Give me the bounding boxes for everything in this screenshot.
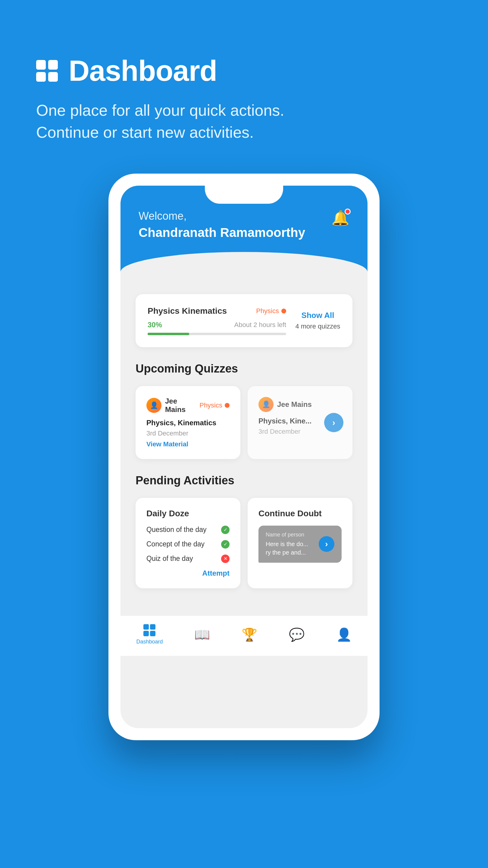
page-background: Dashboard One place for all your quick a… bbox=[0, 0, 488, 868]
profile-icon: 👤 bbox=[336, 627, 352, 642]
teacher-avatar-1: 👤 bbox=[147, 398, 161, 413]
quiz-card-arrow[interactable]: › bbox=[324, 413, 344, 432]
doubt-card-title: Continue Doubt bbox=[258, 509, 341, 518]
nav-item-lessons[interactable]: 📖 bbox=[194, 627, 210, 642]
chat-icon: 💬 bbox=[289, 627, 304, 642]
header-section: Dashboard One place for all your quick a… bbox=[36, 54, 452, 144]
pending-activities-section: Pending Activities Daily Doze Question o… bbox=[135, 474, 352, 588]
activity-item-concept: Concept of the day ✓ bbox=[147, 540, 230, 549]
quiz-progress-left: Physics Kinematics Physics 30% About 2 h… bbox=[148, 306, 286, 335]
show-all-link[interactable]: Show All bbox=[295, 311, 340, 320]
pending-activities-heading: Pending Activities bbox=[135, 474, 352, 487]
activity-item-question: Question of the day ✓ bbox=[147, 526, 230, 534]
doubt-preview: Here is the do... ry the pe and... bbox=[266, 540, 314, 557]
phone-content: Physics Kinematics Physics 30% About 2 h… bbox=[121, 276, 367, 615]
daily-doze-card[interactable]: Daily Doze Question of the day ✓ Concept… bbox=[135, 498, 240, 588]
upcoming-quizzes-section: Upcoming Quizzes 👤 Jee Mains Physics bbox=[135, 362, 352, 459]
nav-item-chat[interactable]: 💬 bbox=[289, 627, 304, 642]
progress-percent: 30% bbox=[148, 321, 162, 329]
trophy-icon: 🏆 bbox=[241, 627, 257, 642]
page-title: Dashboard bbox=[69, 54, 217, 87]
activity-label-question: Question of the day bbox=[147, 526, 206, 534]
welcome-text: Welcome, bbox=[138, 210, 350, 222]
quiz-name: Physics Kinematics bbox=[148, 306, 227, 316]
arrow-right-icon: › bbox=[332, 417, 335, 428]
phone-mockup: Welcome, Chandranath Ramamoorthy 🔔 bbox=[108, 174, 380, 740]
teacher-name-2: Jee Mains bbox=[277, 400, 341, 409]
quiz-date-1: 3rd December bbox=[147, 430, 230, 437]
quiz-cards-row: 👤 Jee Mains Physics Physics, Kinematics … bbox=[135, 386, 352, 459]
progress-bar-fill bbox=[148, 333, 189, 335]
subject-dot bbox=[281, 309, 286, 313]
dashboard-nav-icon bbox=[143, 624, 156, 636]
nav-label-dashboard: Dashboard bbox=[136, 639, 163, 645]
attempt-link[interactable]: Attempt bbox=[147, 569, 230, 578]
quiz-progress-right: Show All 4 more quizzes bbox=[286, 311, 340, 330]
teacher-name-1: Jee Mains bbox=[165, 397, 199, 414]
doubt-text-area: Name of person Here is the do... ry the … bbox=[266, 532, 314, 557]
quiz-subject-1: Physics bbox=[199, 401, 230, 409]
check-done-2: ✓ bbox=[221, 540, 230, 549]
quiz-progress-card[interactable]: Physics Kinematics Physics 30% About 2 h… bbox=[135, 294, 352, 347]
bell-icon: 🔔 bbox=[331, 210, 350, 227]
check-done-1: ✓ bbox=[221, 526, 230, 534]
notification-bell[interactable]: 🔔 bbox=[331, 210, 350, 228]
quiz-card-1[interactable]: 👤 Jee Mains Physics Physics, Kinematics … bbox=[135, 386, 240, 459]
quiz-card-title-1: Physics, Kinematics bbox=[147, 418, 230, 427]
doubt-arrow-button[interactable]: › bbox=[319, 536, 334, 552]
nav-item-trophy[interactable]: 🏆 bbox=[241, 627, 257, 642]
progress-bar-bg bbox=[148, 333, 286, 335]
nav-item-profile[interactable]: 👤 bbox=[336, 627, 352, 642]
activity-label-quiz: Quiz of the day bbox=[147, 555, 193, 563]
quiz-subject-dot-1 bbox=[225, 403, 230, 408]
nav-item-dashboard[interactable]: Dashboard bbox=[136, 624, 163, 645]
bottom-nav: Dashboard 📖 🏆 💬 👤 bbox=[121, 615, 367, 656]
header-subtitle: One place for all your quick actions. Co… bbox=[36, 99, 452, 144]
doubt-arrow-icon: › bbox=[325, 539, 328, 549]
daily-doze-title: Daily Doze bbox=[147, 509, 230, 518]
pending-cards-row: Daily Doze Question of the day ✓ Concept… bbox=[135, 498, 352, 588]
activity-item-quiz: Quiz of the day ✕ bbox=[147, 555, 230, 563]
dashboard-grid-icon bbox=[36, 60, 58, 82]
user-name: Chandranath Ramamoorthy bbox=[138, 225, 350, 240]
check-failed-1: ✕ bbox=[221, 555, 230, 563]
phone-mockup-wrapper: Welcome, Chandranath Ramamoorthy 🔔 bbox=[36, 174, 452, 740]
more-quizzes-count: 4 more quizzes bbox=[295, 322, 340, 330]
phone-screen: Welcome, Chandranath Ramamoorthy 🔔 bbox=[121, 186, 367, 728]
view-material-link[interactable]: View Material bbox=[147, 440, 188, 448]
upcoming-quizzes-heading: Upcoming Quizzes bbox=[135, 362, 352, 375]
quiz-card-2[interactable]: 👤 Jee Mains Physics, Kine... 3rd Decembe… bbox=[248, 386, 352, 459]
continue-doubt-card[interactable]: Continue Doubt Name of person Here is th… bbox=[248, 498, 352, 588]
phone-notch bbox=[205, 186, 283, 204]
activity-label-concept: Concept of the day bbox=[147, 540, 204, 548]
doubt-sender: Name of person bbox=[266, 532, 314, 538]
physics-badge: Physics bbox=[256, 307, 286, 315]
book-icon: 📖 bbox=[194, 627, 210, 642]
doubt-bubble: Name of person Here is the do... ry the … bbox=[258, 526, 341, 563]
time-left: About 2 hours left bbox=[234, 321, 286, 329]
teacher-avatar-2: 👤 bbox=[258, 397, 273, 412]
notification-dot bbox=[345, 209, 351, 215]
